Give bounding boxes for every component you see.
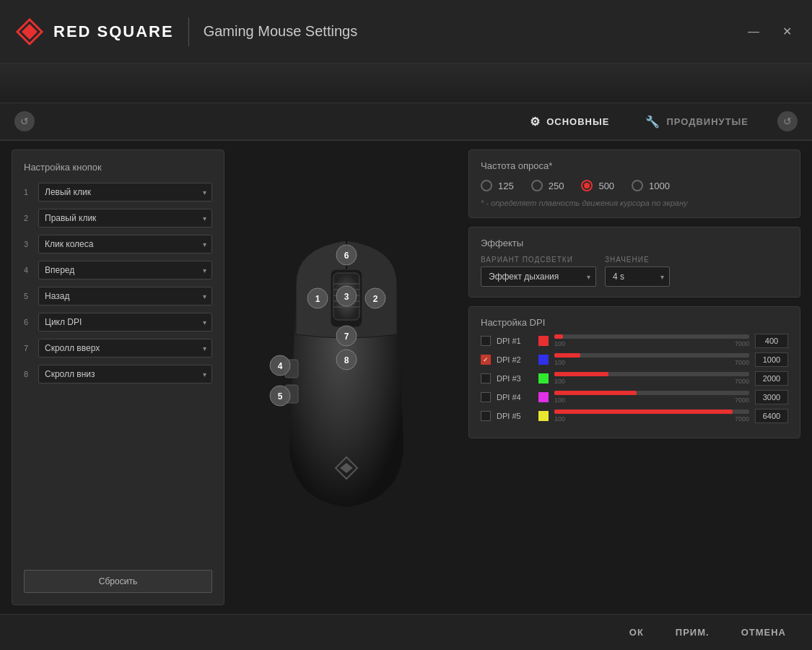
dpi-value-3[interactable]: 2000 [755, 371, 788, 386]
bottom-bar: ОК ПРИМ. ОТМЕНА [0, 614, 812, 650]
minimize-button[interactable]: — [742, 22, 765, 41]
dpi-color-3[interactable] [538, 373, 549, 384]
button-select-1[interactable]: Левый клик [38, 183, 212, 202]
dpi-checkbox-4[interactable] [481, 392, 491, 402]
mouse-svg: 1 2 3 4 5 6 7 8 [245, 226, 448, 529]
dpi-slider-1[interactable]: 100 7000 [554, 334, 749, 347]
dpi-value-5[interactable]: 6400 [755, 409, 788, 423]
button-select-2[interactable]: Правый клик [38, 209, 212, 228]
svg-text:8: 8 [344, 355, 349, 365]
effects-value-select[interactable]: 4 s 2 s 1 s 8 s [605, 266, 670, 287]
svg-text:5: 5 [278, 391, 283, 402]
tabbar: ↺ ⚙ ОСНОВНЫЕ 🔧 ПРОДВИНУТЫЕ ↺ [0, 103, 812, 141]
button-row-7: 7 Скролл вверх [24, 339, 212, 358]
mouse-image-container: 1 2 3 4 5 6 7 8 [245, 226, 448, 529]
dpi-fill-4 [554, 391, 637, 395]
button-num-6: 6 [24, 318, 32, 326]
effects-title: Эффекты [481, 238, 788, 248]
polling-rate-250[interactable]: 250 [531, 180, 564, 191]
reset-button[interactable]: Сбросить [24, 570, 212, 593]
button-select-wrapper-2[interactable]: Правый клик [38, 209, 212, 228]
dpi-slider-5[interactable]: 100 7000 [554, 410, 749, 422]
dpi-value-2[interactable]: 1000 [755, 352, 788, 367]
dpi-range-1: 100 7000 [554, 340, 749, 347]
dpi-min-3: 100 [554, 378, 565, 385]
dpi-checkbox-2[interactable] [481, 355, 491, 365]
dpi-slider-3[interactable]: 100 7000 [554, 372, 749, 385]
button-select-wrapper-7[interactable]: Скролл вверх [38, 339, 212, 358]
polling-rate-500[interactable]: 500 [581, 180, 614, 191]
dpi-slider-4[interactable]: 100 7000 [554, 391, 749, 404]
dpi-row-3: DPI #3 100 7000 2000 [481, 371, 788, 386]
dpi-label-1: DPI #1 [497, 337, 533, 345]
radio-125[interactable] [481, 180, 492, 191]
button-select-4[interactable]: Вперед [38, 261, 212, 280]
dpi-slider-2[interactable]: 100 7000 [554, 353, 749, 366]
dpi-fill-2 [554, 353, 580, 358]
button-select-wrapper-4[interactable]: Вперед [38, 261, 212, 280]
ok-button[interactable]: ОК [621, 623, 652, 642]
tab-refresh-right-icon[interactable]: ↺ [777, 111, 798, 131]
cancel-button[interactable]: ОТМЕНА [733, 623, 795, 642]
dpi-checkbox-3[interactable] [481, 373, 491, 384]
dpi-color-2[interactable] [538, 355, 549, 365]
dpi-value-4[interactable]: 3000 [755, 390, 788, 404]
app-title: Gaming Mouse Settings [204, 23, 357, 40]
button-select-7[interactable]: Скролл вверх [38, 339, 212, 358]
tab-basic[interactable]: ⚙ ОСНОВНЫЕ [523, 112, 616, 131]
dpi-label-4: DPI #4 [497, 393, 533, 402]
apply-button[interactable]: ПРИМ. [667, 623, 718, 642]
dpi-track-1[interactable] [554, 334, 749, 339]
button-select-wrapper-5[interactable]: Назад [38, 287, 212, 306]
button-select-wrapper-6[interactable]: Цикл DPI [38, 313, 212, 332]
dpi-track-3[interactable] [554, 372, 749, 376]
right-panel: Частота опроса* 125 250 500 1000 [468, 150, 800, 605]
button-select-8[interactable]: Скролл вниз [38, 365, 212, 384]
logo-icon [14, 17, 45, 47]
buttons-panel-title: Настройка кнопок [24, 162, 212, 173]
dpi-value-1[interactable]: 400 [755, 334, 788, 348]
effects-value-wrapper[interactable]: 4 s 2 s 1 s 8 s [605, 266, 670, 287]
preview-band [0, 64, 812, 103]
main-content: Настройка кнопок 1 Левый клик 2 Правый к… [0, 141, 812, 614]
effects-variant-label: ВАРИАНТ ПОДСВЕТКИ [481, 256, 596, 264]
radio-1000[interactable] [632, 180, 643, 191]
dpi-checkbox-5[interactable] [481, 411, 491, 421]
polling-rate-125[interactable]: 125 [481, 180, 514, 191]
button-select-wrapper-3[interactable]: Клик колеса [38, 235, 212, 254]
dpi-color-1[interactable] [538, 336, 549, 346]
dpi-checkbox-1[interactable] [481, 336, 491, 346]
dpi-track-4[interactable] [554, 391, 749, 395]
button-select-6[interactable]: Цикл DPI [38, 313, 212, 332]
dpi-fill-1 [554, 334, 563, 339]
button-select-wrapper-1[interactable]: Левый клик [38, 183, 212, 202]
tab-advanced[interactable]: 🔧 ПРОДВИНУТЫЕ [638, 112, 756, 131]
center-panel: 1 2 3 4 5 6 7 8 [235, 150, 458, 605]
effects-variant-wrapper[interactable]: Эффект дыхания Статичный Радуга Мигание [481, 266, 596, 287]
dpi-track-2[interactable] [554, 353, 749, 358]
close-button[interactable]: ✕ [777, 22, 798, 41]
dpi-color-4[interactable] [538, 392, 549, 402]
tab-refresh-left-icon[interactable]: ↺ [14, 111, 35, 131]
dpi-label-3: DPI #3 [497, 374, 533, 383]
radio-250[interactable] [531, 180, 543, 191]
button-row-5: 5 Назад [24, 287, 212, 306]
dpi-color-5[interactable] [538, 411, 549, 421]
dpi-max-2: 7000 [735, 359, 749, 366]
button-select-5[interactable]: Назад [38, 287, 212, 306]
effects-variant-select[interactable]: Эффект дыхания Статичный Радуга Мигание [481, 266, 596, 287]
dpi-title: Настройка DPI [481, 317, 788, 328]
titlebar: RED SQUARE Gaming Mouse Settings — ✕ [0, 0, 812, 64]
logo-area: RED SQUARE [14, 17, 174, 47]
button-select-wrapper-8[interactable]: Скролл вниз [38, 365, 212, 384]
polling-rate-1000[interactable]: 1000 [632, 180, 670, 191]
dpi-min-5: 100 [554, 415, 565, 422]
button-num-7: 7 [24, 344, 32, 352]
button-select-3[interactable]: Клик колеса [38, 235, 212, 254]
dpi-row-1: DPI #1 100 7000 400 [481, 334, 788, 348]
dpi-track-5[interactable] [554, 410, 749, 414]
effects-row: ВАРИАНТ ПОДСВЕТКИ Эффект дыхания Статичн… [481, 256, 788, 287]
radio-1000-label: 1000 [649, 181, 670, 191]
button-num-3: 3 [24, 240, 32, 248]
radio-500[interactable] [581, 180, 593, 191]
